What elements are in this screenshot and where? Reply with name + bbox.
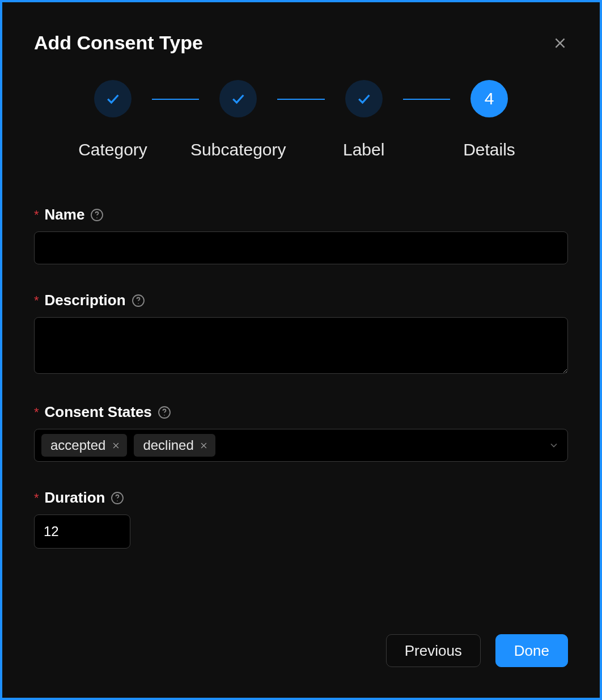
help-icon[interactable] [132, 294, 145, 307]
step-circle [219, 80, 257, 117]
step-category[interactable]: Category [53, 80, 172, 159]
step-label: Details [463, 140, 515, 159]
step-details[interactable]: 4 Details [430, 80, 549, 159]
remove-tag-button[interactable] [200, 441, 209, 450]
svg-point-1 [97, 217, 98, 218]
modal-title: Add Consent Type [34, 32, 203, 54]
close-icon [200, 441, 208, 450]
details-form: * Name * Description [34, 206, 568, 549]
step-circle [345, 80, 383, 117]
step-label: Label [343, 140, 384, 159]
required-marker: * [34, 492, 39, 504]
previous-button[interactable]: Previous [386, 634, 481, 667]
modal-header: Add Consent Type [34, 32, 568, 54]
step-subcategory[interactable]: Subcategory [179, 80, 298, 159]
name-input[interactable] [34, 231, 568, 264]
modal-footer: Previous Done [386, 634, 568, 667]
help-icon[interactable] [111, 491, 124, 505]
svg-point-3 [138, 303, 139, 304]
tag-label: accepted [50, 437, 105, 453]
step-number: 4 [485, 89, 494, 108]
step-circle-active: 4 [470, 80, 508, 117]
step-label: Category [78, 140, 147, 159]
consent-states-label: Consent States [45, 403, 152, 421]
help-icon[interactable] [158, 406, 171, 419]
required-marker: * [34, 406, 39, 419]
add-consent-type-modal: Add Consent Type Category Subcategory [2, 2, 600, 698]
check-icon [104, 90, 121, 107]
check-icon [230, 90, 247, 107]
close-button[interactable] [552, 35, 568, 51]
step-label: Subcategory [190, 140, 286, 159]
field-consent-states: * Consent States accepted declined [34, 403, 568, 462]
check-icon [355, 90, 372, 107]
close-icon [553, 36, 567, 50]
description-label: Description [45, 292, 126, 309]
wizard-stepper: Category Subcategory Label 4 [34, 80, 568, 159]
done-button[interactable]: Done [495, 634, 568, 667]
svg-point-7 [117, 500, 118, 501]
consent-states-select[interactable]: accepted declined [34, 429, 568, 462]
duration-input[interactable] [34, 515, 130, 549]
step-label-step[interactable]: Label [304, 80, 423, 159]
chevron-down-icon [548, 440, 559, 451]
required-marker: * [34, 294, 39, 307]
step-circle [94, 80, 132, 117]
duration-label: Duration [45, 489, 105, 507]
field-duration: * Duration [34, 489, 568, 549]
required-marker: * [34, 209, 39, 221]
field-description: * Description [34, 292, 568, 376]
modal-frame: Add Consent Type Category Subcategory [0, 0, 602, 700]
field-name: * Name [34, 206, 568, 264]
tag-label: declined [143, 437, 193, 453]
remove-tag-button[interactable] [111, 441, 120, 450]
svg-point-5 [164, 415, 165, 416]
close-icon [112, 441, 120, 450]
description-input[interactable] [34, 317, 568, 374]
tag-accepted: accepted [41, 434, 127, 457]
tag-declined: declined [134, 434, 215, 457]
help-icon[interactable] [90, 208, 104, 222]
name-label: Name [45, 206, 85, 224]
